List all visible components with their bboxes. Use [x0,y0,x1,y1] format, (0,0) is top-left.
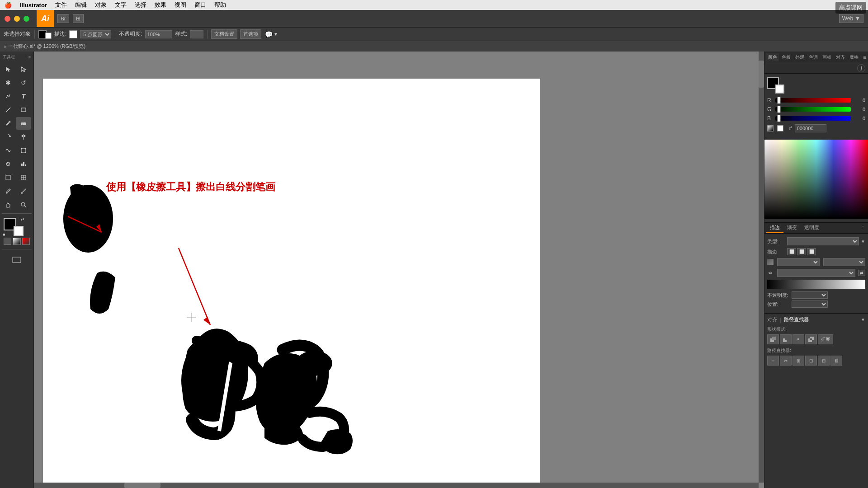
direct-select-tool[interactable] [16,63,31,75]
symbol-sprayer-tool[interactable] [1,158,15,170]
pf-outline[interactable]: ⊟ [818,356,830,366]
hand-tool[interactable] [1,198,15,211]
stroke-weight-select[interactable]: 5 点圆形 [80,30,111,38]
menu-text[interactable]: 文字 [115,1,127,9]
pathfinder-expand[interactable]: ▼ [861,317,865,322]
bottom-tabs-menu[interactable]: ≡ [860,223,866,233]
preferences-btn[interactable]: 首选项 [240,29,261,39]
pf-minus-front[interactable] [780,334,792,344]
screen-mode-btn[interactable] [3,253,30,266]
tint-tab[interactable]: 色调 [807,53,820,61]
app-name[interactable]: Illustrator [20,2,47,9]
b-slider-track[interactable] [775,116,851,121]
panel-menu-btn[interactable]: ≡ [863,54,866,61]
stroke-profile-select[interactable] [777,269,855,277]
stroke-color-swatch-small[interactable] [45,33,52,39]
bg-swatch-panel[interactable] [775,84,784,94]
pf-trim[interactable]: ✂ [780,356,792,366]
hex-input[interactable] [795,124,826,132]
slice-tool[interactable] [16,171,31,184]
vertical-scrollbar[interactable] [759,52,764,483]
doc-setup-btn[interactable]: 文档设置 [211,29,237,39]
artboards-tab[interactable]: 画板 [821,53,833,61]
menu-help[interactable]: 帮助 [214,1,226,9]
appearance-tab[interactable]: 外观 [793,53,806,61]
canvas-area[interactable]: 使用【橡皮擦工具】擦出白线分割笔画 [34,52,764,488]
spectrum-preview[interactable] [767,125,774,131]
pf-exclude[interactable] [805,334,817,344]
stroke-panel-expand[interactable]: ▼ [861,239,865,244]
paintbrush-tool[interactable] [1,117,15,130]
maximize-window-btn[interactable] [24,16,29,22]
stroke-start-arrow-select[interactable] [777,258,820,266]
chat-icon[interactable]: 💬 [265,31,273,38]
menu-view[interactable]: 视图 [175,1,186,9]
minimize-window-btn[interactable] [14,16,20,22]
stroke-align-inside[interactable]: ⬜ [787,248,796,255]
line-tool[interactable] [1,103,15,116]
scrollbar-thumb-h[interactable] [124,483,160,488]
close-window-btn[interactable] [5,16,10,22]
menu-edit[interactable]: 编辑 [75,1,87,9]
white-swatch-small[interactable] [777,125,783,131]
swatches-tab[interactable]: 色板 [780,53,793,61]
type-tool[interactable]: T [16,90,31,103]
rotate-tool[interactable] [1,131,15,143]
g-slider-thumb[interactable] [777,106,781,113]
menu-effects[interactable]: 效果 [155,1,166,9]
gradient-bar[interactable] [767,280,865,289]
zoom-tool[interactable] [16,198,31,211]
menu-window[interactable]: 窗口 [194,1,206,9]
rect-tool[interactable] [16,103,31,116]
stroke-flip-btn[interactable]: ⇄ [858,270,865,276]
eraser-tool[interactable] [16,117,31,130]
r-slider-thumb[interactable] [777,97,781,104]
stroke-align-outside[interactable]: ⬜ [807,248,816,255]
swap-colors-btn[interactable]: ⇄ [21,217,24,221]
tab-close-btn[interactable]: × [4,44,6,49]
stroke-color-box[interactable] [69,30,77,38]
artboard-tool[interactable] [1,171,15,184]
eyedropper-tool[interactable] [1,185,15,197]
stroke-end-arrow-select[interactable] [823,258,866,266]
gradient-bottom-tab[interactable]: 渐变 [783,223,801,233]
free-transform-tool[interactable] [16,144,31,157]
bridge-button[interactable]: Br [57,14,69,23]
pen-tool[interactable] [1,90,15,103]
stroke-align-center[interactable]: ⬜ [797,248,806,255]
menu-select[interactable]: 选择 [135,1,146,9]
expand-btn[interactable]: 扩展 [818,334,833,344]
stroke-type-select[interactable] [787,237,859,245]
position-select[interactable] [792,300,828,308]
magic-wand-tab[interactable]: 魔棒 [848,53,860,61]
opacity-input[interactable] [145,30,172,38]
background-color[interactable] [14,226,24,236]
color-tab[interactable]: 颜色 [766,53,779,61]
color-spectrum[interactable] [764,140,868,219]
pf-minus-back[interactable]: ⊠ [830,356,842,366]
b-slider-thumb[interactable] [777,115,781,122]
apple-menu[interactable]: 🍎 [5,2,12,9]
scrollbar-thumb-v[interactable] [759,61,764,88]
menu-object[interactable]: 对象 [95,1,107,9]
color-mode-btn[interactable] [4,238,11,245]
stroke-bottom-tab[interactable]: 描边 [766,223,783,233]
r-slider-track[interactable] [775,98,851,103]
pf-divide[interactable]: ÷ [767,356,779,366]
magic-wand-tool[interactable]: ✱ [1,76,15,89]
workspace-switcher[interactable]: Web ▼ [839,14,863,23]
style-swatch[interactable] [190,30,203,38]
g-slider-track[interactable] [775,107,851,112]
stroke-start-arrow[interactable] [767,259,774,265]
warp-tool[interactable] [1,144,15,157]
gradient-mode-btn[interactable] [13,238,20,245]
horizontal-scrollbar[interactable] [34,483,759,488]
pf-unite[interactable] [767,334,779,344]
pf-intersect[interactable] [793,334,804,344]
pf-crop[interactable]: ⊡ [805,356,817,366]
column-graph-tool[interactable] [16,158,31,170]
menu-file[interactable]: 文件 [55,1,67,9]
arrange-documents-btn[interactable]: ⊞ [73,14,84,23]
pf-merge[interactable]: ⊞ [793,356,804,366]
align-tab[interactable]: 对齐 [834,53,847,61]
